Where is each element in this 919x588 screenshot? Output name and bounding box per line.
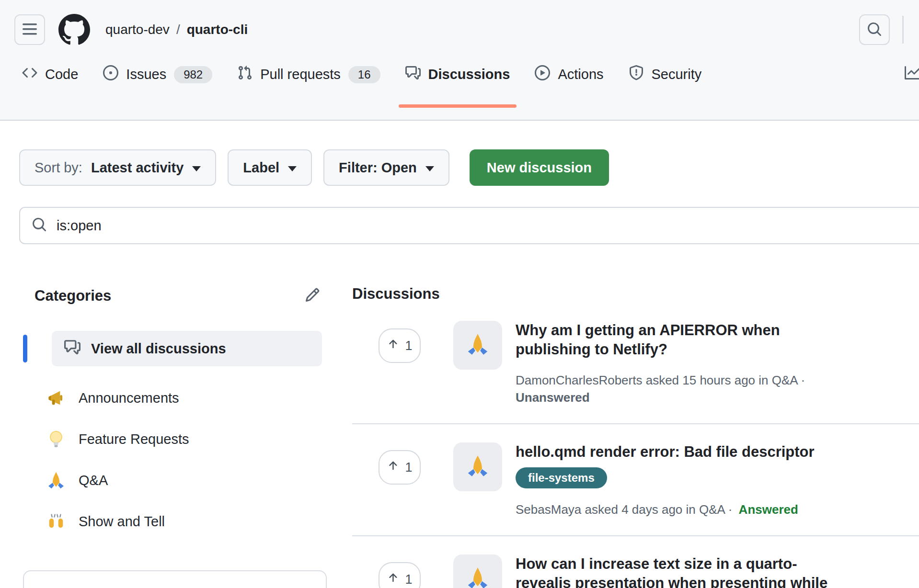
- sidebar-item-label: View all discussions: [91, 341, 226, 357]
- issues-count-badge: 982: [174, 66, 212, 83]
- discussion-title[interactable]: Why am I getting an APIERROR when publis…: [516, 321, 805, 359]
- tab-discussions-label: Discussions: [428, 67, 510, 82]
- raised-hands-icon: [47, 512, 65, 531]
- chevron-down-icon: [192, 166, 201, 171]
- columns: Categories View all discussions Announce…: [19, 285, 919, 588]
- topbar-right: [859, 14, 904, 45]
- filter-dropdown[interactable]: Filter: Open: [323, 149, 449, 186]
- discussion-row: 1 hello.qmd render error: Bad file descr…: [352, 424, 919, 518]
- discussion-row: 1 Why am I getting an APIERROR when publ…: [352, 303, 919, 406]
- selected-indicator-bar: [23, 335, 27, 362]
- discussion-meta: SebasMaya asked 4 days ago in Q&A · Answ…: [516, 501, 815, 518]
- sidebar-item-announcements[interactable]: Announcements: [19, 388, 331, 407]
- category-avatar: [453, 442, 502, 491]
- tab-actions-label: Actions: [558, 67, 603, 82]
- discussion-body: Why am I getting an APIERROR when publis…: [516, 321, 805, 406]
- sidebar-item-feature-requests[interactable]: Feature Requests: [19, 430, 331, 449]
- sidebar-item-view-all[interactable]: View all discussions: [19, 331, 331, 366]
- tab-issues[interactable]: Issues 982: [91, 59, 225, 113]
- tab-pull-requests[interactable]: Pull requests 16: [225, 59, 392, 113]
- breadcrumb-repo[interactable]: quarto-cli: [187, 22, 248, 37]
- discussions-toolbar: Sort by: Latest activity Label Filter: O…: [19, 149, 919, 186]
- tab-discussions[interactable]: Discussions: [393, 59, 523, 113]
- discussions-icon: [64, 339, 80, 359]
- pray-icon: [466, 454, 489, 479]
- arrow-up-icon: [387, 572, 399, 588]
- tab-insights[interactable]: Insights: [892, 59, 919, 113]
- tab-security[interactable]: Security: [616, 59, 714, 113]
- search-button[interactable]: [859, 14, 890, 45]
- discussion-body: How can I increase text size in a quarto…: [516, 554, 827, 588]
- status-badge: Unanswered: [516, 389, 805, 406]
- search-icon: [867, 22, 882, 38]
- category-avatar: [453, 554, 502, 588]
- label-dropdown-text: Label: [243, 160, 279, 176]
- categories-title: Categories: [34, 287, 111, 305]
- discussion-title[interactable]: hello.qmd render error: Bad file descrip…: [516, 442, 815, 462]
- shield-icon: [629, 65, 644, 84]
- categories-header: Categories: [19, 285, 322, 306]
- discussions-search-box[interactable]: [19, 207, 919, 244]
- discussion-label-file-systems[interactable]: file-systems: [516, 467, 607, 488]
- sort-by-prefix: Sort by:: [34, 160, 82, 176]
- search-input[interactable]: [57, 218, 919, 234]
- most-helpful-card: Most helpful Last 30 days: [23, 570, 327, 588]
- megaphone-icon: [47, 389, 65, 407]
- tab-security-label: Security: [652, 67, 702, 82]
- sidebar-item-label: Feature Requests: [79, 431, 189, 447]
- discussions-icon: [405, 65, 421, 84]
- code-icon: [22, 65, 37, 84]
- tab-actions[interactable]: Actions: [522, 59, 616, 113]
- active-tab-underline: [399, 104, 517, 108]
- discussion-title[interactable]: How can I increase text size in a quarto…: [516, 554, 827, 588]
- tab-issues-label: Issues: [126, 67, 166, 82]
- arrow-up-icon: [387, 460, 399, 475]
- upvote-count: 1: [405, 572, 412, 587]
- discussions-list-section: Discussions 1 Why am I getting an APIERR…: [352, 285, 919, 588]
- search-icon: [32, 217, 47, 234]
- discussions-list-title: Discussions: [352, 285, 919, 303]
- discussion-meta: DamonCharlesRoberts asked 15 hours ago i…: [516, 372, 805, 406]
- sidebar-item-qa[interactable]: Q&A: [19, 471, 331, 490]
- upvote-button[interactable]: 1: [379, 450, 421, 485]
- new-discussion-button[interactable]: New discussion: [470, 149, 609, 186]
- hamburger-menu-button[interactable]: [14, 14, 45, 45]
- discussion-meta-text: DamonCharlesRoberts asked 15 hours ago i…: [516, 373, 805, 387]
- label-dropdown[interactable]: Label: [228, 149, 312, 186]
- upvote-button[interactable]: 1: [379, 562, 421, 588]
- tab-code[interactable]: Code: [10, 59, 91, 113]
- breadcrumb-owner[interactable]: quarto-dev: [105, 22, 170, 37]
- sidebar-item-label: Announcements: [79, 390, 179, 406]
- discussion-row: 1 How can I increase text size in a quar…: [352, 536, 919, 588]
- sort-by-value: Latest activity: [91, 160, 184, 176]
- page-header: quarto-dev / quarto-cli Code Issues 982: [0, 0, 919, 121]
- upvote-button[interactable]: 1: [379, 328, 421, 363]
- pull-requests-count-badge: 16: [348, 66, 380, 83]
- top-bar: quarto-dev / quarto-cli: [0, 0, 919, 46]
- chevron-down-icon: [288, 166, 297, 171]
- category-avatar: [453, 321, 502, 370]
- upvote-count: 1: [405, 339, 412, 353]
- discussion-body: hello.qmd render error: Bad file descrip…: [516, 442, 815, 518]
- arrow-up-icon: [387, 338, 399, 354]
- pull-request-icon: [237, 65, 253, 84]
- tab-pull-requests-label: Pull requests: [260, 67, 341, 82]
- bulb-icon: [47, 430, 65, 448]
- edit-categories-button[interactable]: [303, 285, 322, 306]
- categories-sidebar: Categories View all discussions Announce…: [19, 285, 331, 588]
- new-discussion-label: New discussion: [487, 160, 592, 176]
- issue-opened-icon: [103, 65, 118, 84]
- github-logo-icon[interactable]: [58, 14, 90, 45]
- pencil-icon: [305, 297, 320, 304]
- pray-icon: [47, 471, 65, 489]
- hamburger-icon: [23, 23, 37, 36]
- sort-by-dropdown[interactable]: Sort by: Latest activity: [19, 149, 216, 186]
- view-all-discussions-item[interactable]: View all discussions: [52, 331, 322, 366]
- breadcrumb-separator: /: [176, 22, 180, 37]
- filter-dropdown-text: Filter: Open: [339, 160, 417, 176]
- chevron-down-icon: [425, 166, 434, 171]
- sidebar-item-show-and-tell[interactable]: Show and Tell: [19, 512, 331, 531]
- sidebar-item-label: Show and Tell: [79, 514, 165, 530]
- pray-icon: [466, 566, 489, 588]
- repo-tab-nav: Code Issues 982 Pull requests 16 Discuss…: [0, 46, 919, 113]
